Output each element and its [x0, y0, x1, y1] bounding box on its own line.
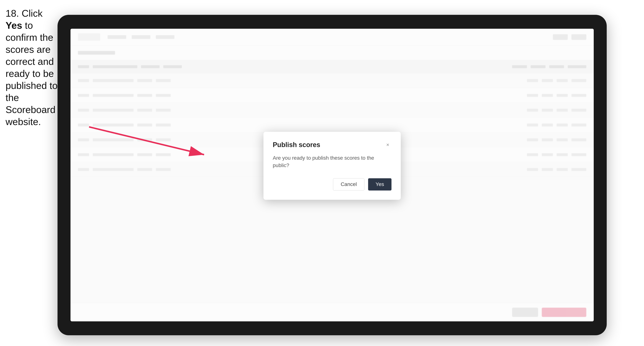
arrow-indicator — [70, 29, 594, 321]
tablet-screen: Publish scores × Are you ready to publis… — [70, 29, 594, 321]
svg-line-1 — [89, 127, 204, 155]
tablet-device: Publish scores × Are you ready to publis… — [58, 15, 607, 335]
instruction-text: 18. Click Yes to confirm the scores are … — [6, 7, 59, 128]
